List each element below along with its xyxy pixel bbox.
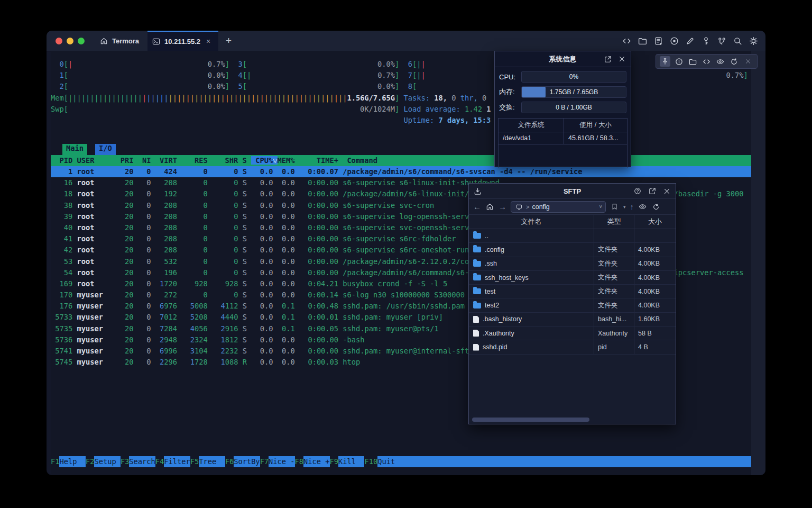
fkey-label-kill[interactable]: Kill — [338, 456, 364, 467]
pin-icon[interactable] — [660, 56, 670, 67]
cpu-label: CPU: — [499, 73, 521, 81]
fkey-f7[interactable]: F7 — [260, 456, 269, 467]
file-type: 文件夹 — [594, 271, 634, 284]
file-row[interactable]: .bash_historybash_hi...1.60KB — [469, 313, 676, 326]
folder-icon — [473, 303, 481, 309]
eye-icon[interactable] — [715, 56, 726, 67]
fkey-label-nice-[interactable]: Nice - — [269, 456, 294, 467]
floating-panel-toolbar — [656, 54, 758, 69]
file-name: .config — [485, 246, 504, 253]
file-row[interactable]: ssh_host_keys文件夹4.00KB — [469, 271, 676, 285]
fkey-f3[interactable]: F3 — [121, 456, 129, 467]
file-row[interactable]: sshd.pidpid4 B — [469, 340, 676, 354]
swap-label: 交换: — [499, 103, 521, 112]
fkey-f1[interactable]: F1 — [51, 456, 59, 467]
code-icon[interactable] — [622, 37, 631, 46]
close-sftp-icon[interactable] — [662, 187, 671, 196]
fkey-f2[interactable]: F2 — [86, 456, 94, 467]
fkey-label-setup[interactable]: Setup — [94, 456, 120, 467]
code-panel-icon[interactable] — [701, 56, 712, 67]
fkey-f4[interactable]: F4 — [155, 456, 164, 467]
bookmark-dropdown-icon[interactable]: ▾ — [623, 204, 626, 210]
fkey-label-quit[interactable]: Quit — [377, 456, 403, 467]
fkey-label-nice-[interactable]: Nice + — [303, 456, 329, 467]
open-sftp-in-window-icon[interactable] — [648, 187, 657, 196]
cpu-meter-line: 2[ 0.0%] 5[ 0.0%] 8[ — [51, 81, 751, 92]
uptime-line: Uptime: 7 days, 15:3 — [51, 115, 751, 126]
record-icon[interactable] — [670, 37, 679, 46]
file-row[interactable]: .ssh文件夹4.00KB — [469, 257, 676, 271]
fs-usage: 45.61GB / 58.3... — [564, 132, 627, 144]
close-tab-icon[interactable]: × — [206, 37, 210, 46]
keychain-icon[interactable] — [717, 37, 726, 46]
fkey-f6[interactable]: F6 — [225, 456, 234, 467]
minimize-window-button[interactable] — [67, 38, 73, 44]
fkey-label-filter[interactable]: Filter — [164, 456, 190, 467]
filesystem-row[interactable]: /dev/vda1 45.61GB / 58.3... — [499, 132, 627, 144]
fkey-f10[interactable]: F10 — [364, 456, 377, 467]
bookmark-icon[interactable] — [610, 202, 619, 211]
fkey-f8[interactable]: F8 — [295, 456, 303, 467]
fkey-label-help[interactable]: Help — [59, 456, 85, 467]
folder-icon — [473, 261, 481, 267]
file-table-header[interactable]: 文件名 类型 大小 — [469, 215, 676, 229]
process-table-header[interactable]: PID USER PRI NI VIRT RES SHR S CPU%▽MEM%… — [51, 155, 751, 166]
refresh-icon[interactable] — [651, 202, 660, 211]
folder-panel-icon[interactable] — [687, 56, 698, 67]
forward-icon[interactable]: → — [499, 202, 506, 211]
close-panel-icon[interactable] — [617, 55, 626, 64]
terminal-tab-label: 10.211.55.2 — [164, 38, 200, 46]
file-type: Xauthority — [594, 326, 634, 340]
swap-value: 0 B / 1.00GB — [522, 102, 626, 113]
settings-gear-icon[interactable] — [749, 37, 758, 46]
htop-tab-main[interactable]: Main — [62, 144, 87, 155]
close-toolbar-icon[interactable] — [743, 56, 753, 67]
back-icon[interactable]: ← — [473, 202, 481, 211]
tab-terminal-session[interactable]: 10.211.55.2 × — [147, 31, 218, 51]
file-list: ...config文件夹4.00KB.ssh文件夹4.00KBssh_host_… — [469, 229, 676, 355]
folder-toolbar-icon[interactable] — [638, 37, 647, 46]
info-icon[interactable] — [673, 56, 684, 67]
breadcrumb-caret-icon[interactable]: ˅ — [599, 204, 602, 210]
file-row[interactable]: .XauthorityXauthority58 B — [469, 326, 676, 340]
col-filename[interactable]: 文件名 — [469, 215, 594, 229]
search-icon[interactable] — [733, 37, 742, 46]
file-row[interactable]: .config文件夹4.00KB — [469, 243, 676, 257]
filesystem-table: 文件系统 使用 / 大小 /dev/vda1 45.61GB / 58.3... — [498, 118, 628, 168]
swap-usage-row: 交换: 0 B / 1.00GB — [499, 102, 626, 113]
help-icon[interactable] — [633, 187, 642, 196]
path-breadcrumb[interactable]: > config ˅ — [511, 201, 606, 213]
fkey-f9[interactable]: F9 — [330, 456, 338, 467]
fkey-f5[interactable]: F5 — [190, 456, 199, 467]
file-row[interactable]: test文件夹4.00KB — [469, 285, 676, 298]
col-type[interactable]: 类型 — [594, 215, 634, 229]
sftp-home-icon[interactable] — [485, 202, 494, 211]
fkey-label-search[interactable]: Search — [129, 456, 155, 467]
process-row[interactable]: 1 root 20 0 424 0 0 S 0.0 0.0 0:00.07 /p… — [51, 166, 751, 177]
sync-icon[interactable] — [729, 56, 740, 67]
col-size[interactable]: 大小 — [634, 215, 676, 229]
file-type: pid — [594, 340, 634, 353]
htop-tab-io[interactable]: I/O — [95, 144, 116, 155]
log-document-icon[interactable] — [654, 37, 663, 46]
filesystem-table-header: 文件系统 使用 / 大小 — [499, 119, 627, 132]
file-row[interactable]: test2文件夹4.00KB — [469, 298, 676, 312]
fkey-label-tree[interactable]: Tree — [199, 456, 225, 467]
zoom-window-button[interactable] — [78, 38, 85, 44]
open-in-window-icon[interactable] — [603, 55, 612, 64]
edit-icon[interactable] — [686, 37, 695, 46]
file-row[interactable]: .. — [469, 229, 676, 243]
upload-icon[interactable]: ↑ — [630, 202, 634, 211]
horizontal-scrollbar[interactable] — [472, 418, 589, 422]
system-info-header: 系统信息 — [495, 51, 631, 67]
fkey-label-sortby[interactable]: SortBy — [234, 456, 260, 467]
tab-home[interactable]: Termora — [99, 37, 139, 46]
file-type: bash_hi... — [594, 313, 634, 326]
new-tab-button[interactable]: + — [226, 35, 232, 47]
close-window-button[interactable] — [56, 38, 62, 44]
home-icon — [99, 37, 108, 46]
file-name: sshd.pid — [483, 343, 508, 351]
htop-screen-tabs: Main I/O — [62, 144, 116, 155]
show-hidden-eye-icon[interactable] — [638, 202, 647, 211]
key-icon[interactable] — [702, 37, 710, 46]
